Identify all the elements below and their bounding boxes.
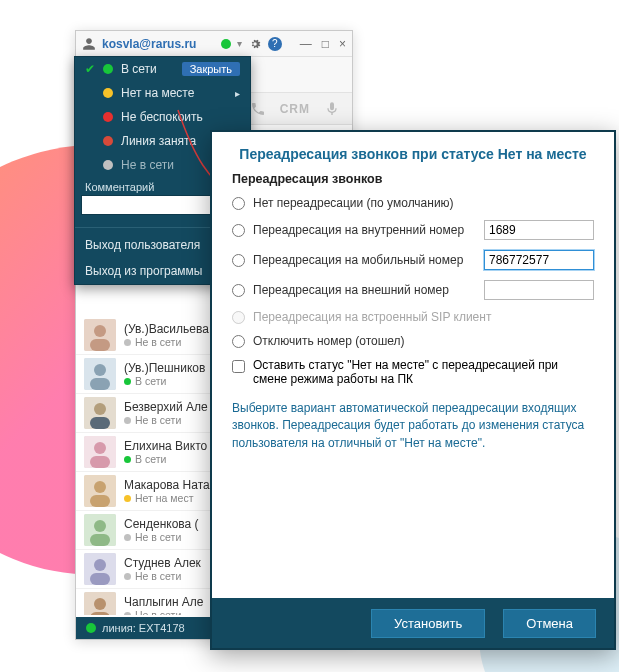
svg-rect-20 bbox=[90, 573, 110, 585]
avatar bbox=[84, 436, 116, 468]
status-online[interactable]: ✔ В сети Закрыть bbox=[75, 57, 250, 81]
radio-internal[interactable] bbox=[232, 224, 245, 237]
svg-point-10 bbox=[94, 442, 106, 454]
contact-name: Студнев Алек bbox=[124, 556, 201, 570]
line-label: линия: EXT4178 bbox=[102, 622, 185, 634]
minimize-button[interactable]: — bbox=[300, 37, 312, 51]
svg-point-22 bbox=[94, 598, 106, 610]
opt-internal[interactable]: Переадресация на внутренний номер bbox=[232, 220, 594, 240]
svg-point-16 bbox=[94, 520, 106, 532]
avatar bbox=[84, 397, 116, 429]
check-icon: ✔ bbox=[85, 62, 95, 76]
user-email: kosvla@rarus.ru bbox=[102, 37, 215, 51]
contact-status: Не в сети bbox=[135, 336, 181, 349]
status-label: Не беспокоить bbox=[121, 110, 203, 124]
opt-label: Переадресация на мобильный номер bbox=[253, 253, 476, 267]
dialog-footer: Установить Отмена bbox=[212, 598, 614, 648]
internal-number-input[interactable] bbox=[484, 220, 594, 240]
status-label: Нет на месте bbox=[121, 86, 194, 100]
maximize-button[interactable]: □ bbox=[322, 37, 329, 51]
avatar bbox=[84, 553, 116, 585]
svg-point-19 bbox=[94, 559, 106, 571]
svg-point-7 bbox=[94, 403, 106, 415]
radio-off[interactable] bbox=[232, 335, 245, 348]
opt-mobile[interactable]: Переадресация на мобильный номер bbox=[232, 250, 594, 270]
svg-rect-8 bbox=[90, 417, 110, 429]
chevron-right-icon: ▸ bbox=[235, 88, 240, 99]
status-dot-dnd bbox=[103, 112, 113, 122]
window-controls: — □ × bbox=[300, 37, 346, 51]
contact-status: Нет на мест bbox=[135, 492, 193, 505]
mobile-number-input[interactable] bbox=[484, 250, 594, 270]
keep-status-checkbox-row[interactable]: Оставить статус "Нет на месте" с переадр… bbox=[232, 358, 594, 386]
status-dot-offline bbox=[103, 160, 113, 170]
opt-label: Переадресация на внешний номер bbox=[253, 283, 476, 297]
line-status-dot bbox=[86, 623, 96, 633]
mic-icon bbox=[324, 101, 340, 117]
forwarding-dialog: Переадресация звонков при статусе Нет на… bbox=[210, 130, 616, 650]
contact-name: Сенденкова ( bbox=[124, 517, 199, 531]
svg-rect-5 bbox=[90, 378, 110, 390]
opt-off[interactable]: Отключить номер (отошел) bbox=[232, 334, 594, 348]
status-label: В сети bbox=[121, 62, 157, 76]
status-dot-online bbox=[103, 64, 113, 74]
radio-external[interactable] bbox=[232, 284, 245, 297]
presence-dot bbox=[221, 39, 231, 49]
contact-status: Не в сети bbox=[135, 570, 181, 583]
user-icon bbox=[82, 37, 96, 51]
avatar bbox=[84, 358, 116, 390]
avatar bbox=[84, 514, 116, 546]
contact-name: Макарова Ната bbox=[124, 478, 210, 492]
contact-status: Не в сети bbox=[135, 609, 181, 615]
status-dot-busy bbox=[103, 136, 113, 146]
titlebar: kosvla@rarus.ru ▾ ? — □ × bbox=[76, 31, 352, 57]
radio-sip bbox=[232, 311, 245, 324]
help-text: Выберите вариант автоматической переадре… bbox=[232, 400, 594, 452]
svg-point-4 bbox=[94, 364, 106, 376]
contact-name: Безверхий Але bbox=[124, 400, 208, 414]
opt-label: Переадресация на встроенный SIP клиент bbox=[253, 310, 594, 324]
contact-status: Не в сети bbox=[135, 414, 181, 427]
dialog-title: Переадресация звонков при статусе Нет на… bbox=[212, 132, 614, 172]
svg-rect-2 bbox=[90, 339, 110, 351]
avatar bbox=[84, 592, 116, 615]
opt-label: Переадресация на внутренний номер bbox=[253, 223, 476, 237]
apply-button[interactable]: Установить bbox=[371, 609, 485, 638]
contact-name: (Ув.)Васильева bbox=[124, 322, 209, 336]
svg-rect-11 bbox=[90, 456, 110, 468]
contact-status: В сети bbox=[135, 375, 166, 388]
avatar bbox=[84, 319, 116, 351]
group-label: Переадресация звонков bbox=[232, 172, 594, 186]
contact-name: (Ув.)Пешников bbox=[124, 361, 205, 375]
opt-label: Нет переадресации (по умолчанию) bbox=[253, 196, 594, 210]
cancel-button[interactable]: Отмена bbox=[503, 609, 596, 638]
opt-external[interactable]: Переадресация на внешний номер bbox=[232, 280, 594, 300]
radio-none[interactable] bbox=[232, 197, 245, 210]
crm-label: CRM bbox=[280, 102, 310, 116]
status-away[interactable]: Нет на месте ▸ bbox=[75, 81, 250, 105]
close-panel-button[interactable]: Закрыть bbox=[182, 62, 240, 76]
svg-rect-17 bbox=[90, 534, 110, 546]
gear-icon[interactable] bbox=[248, 37, 262, 51]
opt-sip: Переадресация на встроенный SIP клиент bbox=[232, 310, 594, 324]
svg-rect-14 bbox=[90, 495, 110, 507]
radio-mobile[interactable] bbox=[232, 254, 245, 267]
phone-icon bbox=[250, 101, 266, 117]
dropdown-chevron-icon[interactable]: ▾ bbox=[237, 38, 242, 49]
opt-label: Отключить номер (отошел) bbox=[253, 334, 594, 348]
help-icon[interactable]: ? bbox=[268, 37, 282, 51]
status-dnd[interactable]: Не беспокоить bbox=[75, 105, 250, 129]
contact-name: Чаплыгин Але bbox=[124, 595, 204, 609]
status-label: Линия занята bbox=[121, 134, 196, 148]
svg-point-13 bbox=[94, 481, 106, 493]
close-button[interactable]: × bbox=[339, 37, 346, 51]
svg-point-1 bbox=[94, 325, 106, 337]
contact-status: В сети bbox=[135, 453, 166, 466]
external-number-input[interactable] bbox=[484, 280, 594, 300]
keep-status-checkbox[interactable] bbox=[232, 360, 245, 373]
checkbox-label: Оставить статус "Нет на месте" с переадр… bbox=[253, 358, 594, 386]
contact-name: Елихина Викто bbox=[124, 439, 207, 453]
avatar bbox=[84, 475, 116, 507]
opt-none[interactable]: Нет переадресации (по умолчанию) bbox=[232, 196, 594, 210]
status-label: Не в сети bbox=[121, 158, 174, 172]
